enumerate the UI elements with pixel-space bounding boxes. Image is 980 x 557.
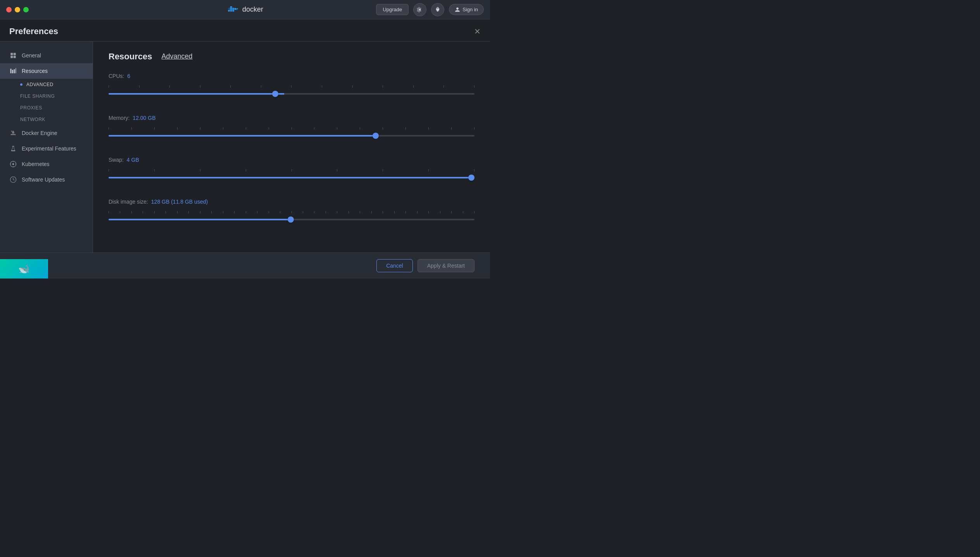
panel-tab-advanced[interactable]: Advanced: [159, 51, 196, 62]
main-panel: Resources Advanced CPUs: 6 document.writ…: [93, 42, 490, 253]
docker-logo: docker: [227, 5, 263, 14]
sidebar-subitem-network[interactable]: NETWORK: [0, 114, 93, 125]
panel-title: Resources: [109, 52, 152, 62]
svg-rect-15: [16, 68, 16, 74]
memory-value: 12.00 GB: [133, 115, 155, 121]
advanced-label: ADVANCED: [26, 82, 53, 87]
resources-icon: [9, 67, 17, 75]
sidebar-item-experimental[interactable]: Experimental Features: [0, 141, 93, 156]
close-traffic-light[interactable]: [6, 7, 12, 12]
cpu-label: CPUs: 6: [109, 73, 474, 79]
svg-point-20: [12, 163, 14, 165]
proxies-label: PROXIES: [20, 105, 42, 111]
sidebar-docker-engine-label: Docker Engine: [22, 130, 57, 136]
titlebar-center: docker: [227, 5, 263, 14]
preferences-title: Preferences: [9, 26, 58, 36]
cpu-slider[interactable]: [109, 93, 474, 95]
signin-label: Sign in: [462, 7, 478, 12]
cpu-value: 6: [127, 73, 130, 79]
svg-rect-14: [14, 69, 15, 74]
svg-rect-11: [14, 56, 16, 58]
titlebar: docker Upgrade Sign in: [0, 0, 490, 19]
settings-icon-button[interactable]: [413, 3, 426, 16]
bottom-dock: 🐋: [0, 259, 48, 278]
bug-icon: [435, 7, 441, 13]
swap-section: Swap: 4 GB document.write(Array(9).fill(…: [109, 157, 474, 180]
cpu-section: CPUs: 6 document.write(Array(13).fill('<…: [109, 73, 474, 96]
swap-slider-container: document.write(Array(9).fill('<div style…: [109, 169, 474, 180]
preferences-header: Preferences ✕: [0, 19, 490, 42]
swap-slider[interactable]: [109, 177, 474, 178]
disk-slider-container: document.write(Array(33).fill('<div styl…: [109, 211, 474, 222]
sidebar-kubernetes-label: Kubernetes: [22, 161, 50, 167]
svg-rect-17: [13, 131, 14, 131]
sidebar-resources-label: Resources: [22, 68, 48, 74]
content-area: General Resources ADVANCED FILE SHARING: [0, 42, 490, 253]
apply-restart-button[interactable]: Apply & Restart: [418, 259, 474, 272]
sidebar-item-resources[interactable]: Resources: [0, 63, 93, 79]
sidebar-item-kubernetes[interactable]: Kubernetes: [0, 156, 93, 172]
main-container: Preferences ✕ General Resources: [0, 19, 490, 278]
disk-value: 128 GB (11.8 GB used): [151, 199, 208, 205]
sidebar-general-label: General: [22, 52, 41, 59]
docker-whale-icon: [227, 5, 239, 14]
svg-rect-12: [10, 69, 12, 73]
disk-slider[interactable]: [109, 219, 474, 220]
sidebar-subitem-advanced[interactable]: ADVANCED: [0, 79, 93, 90]
general-icon: [9, 52, 17, 59]
bug-icon-button[interactable]: [431, 3, 444, 16]
disk-section: Disk image size: 128 GB (11.8 GB used) d…: [109, 199, 474, 222]
dock-docker-icon: 🐋: [18, 263, 30, 274]
svg-rect-13: [12, 70, 13, 73]
signin-button[interactable]: Sign in: [449, 4, 484, 15]
memory-slider[interactable]: [109, 135, 474, 137]
gear-icon: [417, 7, 423, 13]
traffic-lights: [6, 7, 29, 12]
memory-slider-container: document.write(Array(17).fill('<div styl…: [109, 127, 474, 138]
sidebar-experimental-label: Experimental Features: [22, 145, 76, 152]
sidebar-subitem-proxies[interactable]: PROXIES: [0, 102, 93, 114]
svg-rect-16: [11, 131, 12, 131]
titlebar-right: Upgrade Sign in: [376, 3, 484, 16]
svg-rect-2: [232, 10, 234, 11]
sidebar-software-updates-label: Software Updates: [22, 176, 65, 183]
memory-section: Memory: 12.00 GB document.write(Array(17…: [109, 115, 474, 138]
cpu-slider-container: document.write(Array(13).fill('<div styl…: [109, 85, 474, 96]
sidebar: General Resources ADVANCED FILE SHARING: [0, 42, 93, 253]
network-label: NETWORK: [20, 117, 45, 122]
svg-rect-8: [10, 53, 13, 55]
file-sharing-label: FILE SHARING: [20, 93, 55, 99]
panel-header: Resources Advanced: [109, 51, 474, 62]
kubernetes-icon: [9, 160, 17, 168]
sidebar-item-general[interactable]: General: [0, 48, 93, 63]
software-updates-icon: [9, 176, 17, 183]
cancel-button[interactable]: Cancel: [376, 259, 413, 272]
sidebar-item-docker-engine[interactable]: Docker Engine: [0, 125, 93, 141]
advanced-dot: [20, 83, 22, 86]
footer: Cancel Apply & Restart: [0, 253, 490, 278]
sidebar-item-software-updates[interactable]: Software Updates: [0, 172, 93, 187]
svg-rect-9: [14, 53, 16, 55]
upgrade-button[interactable]: Upgrade: [376, 4, 409, 15]
swap-value: 4 GB: [127, 157, 139, 163]
maximize-traffic-light[interactable]: [23, 7, 29, 12]
memory-label: Memory: 12.00 GB: [109, 115, 474, 121]
docker-engine-icon: [9, 129, 17, 137]
svg-rect-10: [10, 56, 13, 58]
experimental-icon: [9, 145, 17, 152]
resources-sub-items: ADVANCED FILE SHARING PROXIES NETWORK: [0, 79, 93, 125]
minimize-traffic-light[interactable]: [15, 7, 20, 12]
svg-point-7: [237, 8, 238, 9]
sidebar-subitem-file-sharing[interactable]: FILE SHARING: [0, 90, 93, 102]
close-button[interactable]: ✕: [474, 27, 481, 36]
svg-rect-18: [12, 147, 14, 147]
disk-label: Disk image size: 128 GB (11.8 GB used): [109, 199, 474, 205]
user-icon: [455, 7, 460, 12]
docker-title: docker: [242, 5, 263, 14]
swap-label: Swap: 4 GB: [109, 157, 474, 163]
